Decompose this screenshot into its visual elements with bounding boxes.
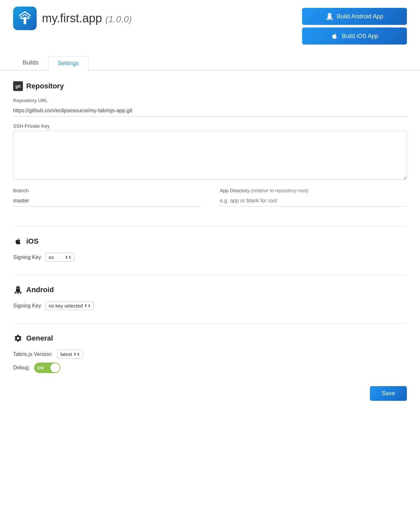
ios-apple-icon [13,236,23,246]
save-button[interactable]: Save [370,386,407,401]
toggle-knob [50,363,60,372]
tabs-container: Builds Settings [0,48,420,71]
ios-signing-select-wrapper: es default none ⬆⬇ [46,253,74,262]
divider-3 [13,323,407,324]
branch-input[interactable] [13,195,200,207]
header-buttons: Build Android App Build iOS App [302,7,407,45]
repo-url-input[interactable] [13,105,407,117]
debug-row: Debug: ON [13,363,407,373]
tab-builds-label: Builds [23,59,39,66]
tabris-version-select-wrapper: latest 2.x 1.x ⬆⬇ [57,350,83,359]
android-title: Android [13,285,407,295]
repository-title: git Repository [13,81,407,91]
app-dir-label-text: App Directory [220,188,250,193]
ssh-key-textarea[interactable] [13,131,407,180]
logo-icon [17,10,33,26]
app-dir-label-italic: (relative to repository root) [251,188,308,193]
repo-url-field: Repository URL [13,98,407,117]
header: my.first.app (1.0.0) Build Android App B… [0,0,420,48]
divider-1 [13,226,407,227]
app-version: (1.0.0) [105,14,132,24]
app-title: my.first.app (1.0.0) [42,11,132,25]
gear-icon [13,333,23,343]
divider-2 [13,275,407,275]
debug-toggle-label: ON [35,365,44,370]
ios-signing-row: Signing Key es default none ⬆⬇ [13,253,407,262]
general-title-text: General [26,334,53,343]
debug-toggle[interactable]: ON [34,363,60,373]
ios-title-text: iOS [26,237,39,246]
ssh-key-label: SSH Private Key [13,123,407,129]
android-section: Android Signing Key no key selected defa… [13,285,407,310]
tabris-version-select[interactable]: latest 2.x 1.x [60,351,79,357]
android-icon [326,12,334,20]
branch-field: Branch [13,188,200,207]
apple-icon [331,32,338,40]
ssh-key-field: SSH Private Key [13,123,407,181]
tab-settings[interactable]: Settings [48,56,88,71]
save-label: Save [382,390,395,397]
app-title-container: my.first.app (1.0.0) [42,11,132,25]
app-dir-field: App Directory (relative to repository ro… [220,188,407,207]
ios-signing-select[interactable]: es default none [48,254,70,260]
app-name: my.first.app [42,11,102,25]
build-android-button[interactable]: Build Android App [302,8,407,25]
repo-url-label: Repository URL [13,98,407,103]
android-signing-row: Signing Key no key selected default none… [13,301,407,310]
ios-title: iOS [13,236,407,246]
tab-builds[interactable]: Builds [13,56,48,70]
repository-title-text: Repository [26,82,64,90]
android-section-icon [13,285,23,295]
tabris-version-row: Tabris.js Version: latest 2.x 1.x ⬆⬇ [13,350,407,359]
app-dir-label: App Directory (relative to repository ro… [220,188,407,193]
android-signing-select-wrapper: no key selected default none ⬆⬇ [46,301,94,310]
general-title: General [13,333,407,343]
header-left: my.first.app (1.0.0) [13,7,132,30]
git-icon: git [13,81,23,91]
ios-signing-label: Signing Key [13,254,41,260]
tabris-version-label: Tabris.js Version: [13,351,53,357]
debug-label: Debug: [13,365,30,371]
ios-section: iOS Signing Key es default none ⬆⬇ [13,236,407,262]
main-content: git Repository Repository URL SSH Privat… [0,81,420,420]
branch-label: Branch [13,188,200,193]
build-ios-button[interactable]: Build iOS App [302,28,407,45]
svg-marker-3 [20,18,29,19]
android-title-text: Android [26,286,54,294]
branch-appdir-row: Branch App Directory (relative to reposi… [13,188,407,213]
android-signing-label: Signing Key [13,303,41,309]
tab-settings-label: Settings [58,60,79,66]
build-ios-label: Build iOS App [342,33,378,40]
build-android-label: Build Android App [337,13,383,20]
android-signing-select[interactable]: no key selected default none [48,303,89,308]
app-dir-input[interactable] [220,195,407,207]
save-row: Save [13,386,407,401]
repository-section: git Repository Repository URL SSH Privat… [13,81,407,213]
app-logo [13,7,37,30]
general-section: General Tabris.js Version: latest 2.x 1.… [13,333,407,373]
